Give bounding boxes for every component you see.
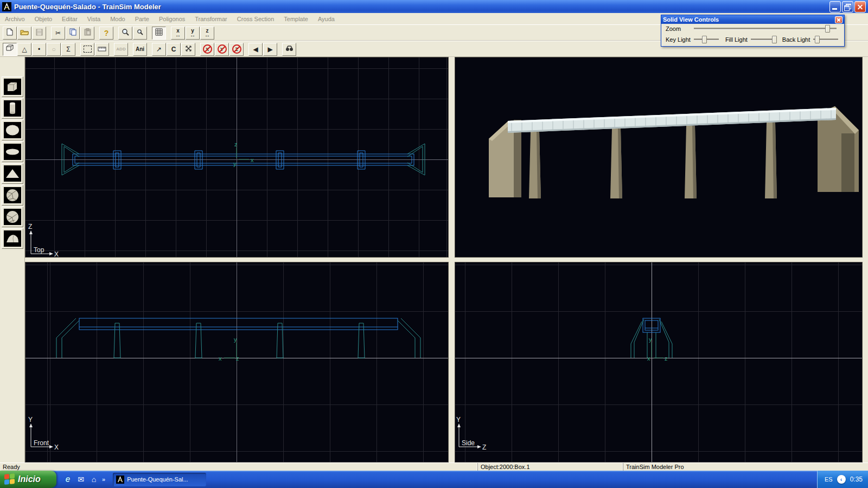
primitive-cone-button[interactable] bbox=[2, 163, 23, 184]
marker-z-label: z bbox=[236, 355, 239, 362]
key-light-thumb[interactable] bbox=[702, 36, 707, 43]
zoom-in-button[interactable] bbox=[118, 27, 132, 40]
viewport-side[interactable]: y x z Y Side Z bbox=[455, 262, 863, 463]
copy-icon bbox=[69, 28, 76, 37]
start-button[interactable]: Inicio bbox=[0, 471, 56, 488]
bridge-piers-3d bbox=[529, 123, 777, 198]
restore-button[interactable] bbox=[842, 1, 853, 12]
bridge-deck-3d bbox=[508, 108, 836, 133]
task-app-icon bbox=[116, 476, 124, 484]
box-mode-button[interactable] bbox=[3, 43, 17, 56]
add-point-button[interactable]: ADD bbox=[114, 43, 128, 56]
point-icon: • bbox=[38, 46, 40, 53]
status-app-name: TrainSim Modeler Pro bbox=[623, 463, 868, 471]
hide-icons-chevron[interactable]: ‹ bbox=[837, 475, 846, 484]
side-view-wireframe: y x z Y Side Z bbox=[455, 262, 863, 463]
lock-z-button[interactable]: Z bbox=[229, 43, 244, 56]
menu-parte[interactable]: Parte bbox=[130, 16, 154, 22]
zoom-slider-thumb[interactable] bbox=[825, 25, 830, 33]
origin-marker-lines bbox=[224, 343, 237, 358]
window-title: Puente-Quequén-Salado - TrainSim Modeler bbox=[14, 3, 161, 11]
internet-explorer-icon[interactable]: e bbox=[63, 474, 73, 484]
mail-icon[interactable]: ✉ bbox=[76, 474, 86, 484]
origin-marker-lines bbox=[237, 147, 249, 159]
origin-marker-lines bbox=[652, 343, 663, 358]
animate-button[interactable]: Ani bbox=[133, 43, 147, 56]
scissors-icon: ✂ bbox=[55, 29, 61, 37]
taskbar-task-button[interactable]: Puente-Quequén-Sal... bbox=[113, 473, 206, 486]
menu-cross-section[interactable]: Cross Section bbox=[232, 16, 279, 22]
measure-button[interactable] bbox=[95, 43, 109, 56]
marquee-select-button[interactable] bbox=[80, 43, 94, 56]
menu-modo[interactable]: Modo bbox=[105, 16, 130, 22]
cut-button[interactable]: ✂ bbox=[51, 27, 65, 40]
primitive-geosphere2-button[interactable] bbox=[2, 207, 23, 227]
quick-launch-overflow-chevron[interactable]: » bbox=[102, 476, 105, 483]
title-bar: Puente-Quequén-Salado - TrainSim Modeler bbox=[0, 0, 868, 13]
circle-mode-button[interactable]: ○ bbox=[47, 43, 61, 56]
minimize-button[interactable] bbox=[829, 1, 841, 12]
horizontal-splitter[interactable] bbox=[25, 258, 863, 262]
circle-icon: ○ bbox=[52, 46, 55, 53]
home-browser-icon[interactable]: ⌂ bbox=[89, 474, 99, 484]
ani-label: Ani bbox=[136, 46, 144, 52]
primitive-flat-sphere-button[interactable] bbox=[2, 142, 23, 162]
viewport-front[interactable]: y x z Y Front X bbox=[25, 262, 449, 463]
zoom-out-button[interactable] bbox=[133, 27, 147, 40]
spline-button[interactable]: Σ bbox=[61, 43, 75, 56]
menu-archivo[interactable]: Archivo bbox=[0, 16, 30, 22]
lock-y-button[interactable]: Y bbox=[215, 43, 229, 56]
back-light-thumb[interactable] bbox=[815, 36, 820, 43]
prev-button[interactable]: ◀ bbox=[248, 43, 263, 56]
z-axis-button[interactable]: z↔ bbox=[200, 27, 214, 40]
menu-vista[interactable]: Vista bbox=[82, 16, 105, 22]
marker-x-label: x bbox=[219, 355, 222, 362]
windows-flag-icon bbox=[4, 473, 15, 485]
task-button-label: Puente-Quequén-Sal... bbox=[127, 476, 188, 483]
fill-light-slider[interactable] bbox=[751, 38, 776, 41]
save-button[interactable] bbox=[32, 27, 46, 40]
bend-button[interactable]: ↗ bbox=[152, 43, 166, 56]
find-button[interactable] bbox=[282, 43, 296, 56]
next-button[interactable]: ▶ bbox=[263, 43, 277, 56]
menu-objeto[interactable]: Objeto bbox=[30, 16, 57, 22]
menu-poligonos[interactable]: Poligonos bbox=[154, 16, 190, 22]
point-mode-button[interactable]: • bbox=[32, 43, 46, 56]
grid-toggle-button[interactable] bbox=[152, 27, 166, 40]
back-light-slider[interactable] bbox=[813, 38, 838, 41]
paste-button[interactable] bbox=[80, 27, 94, 40]
help-button[interactable]: ? bbox=[99, 27, 113, 40]
scale-button[interactable] bbox=[181, 43, 195, 56]
zoom-slider[interactable] bbox=[694, 28, 837, 30]
menu-template[interactable]: Template bbox=[279, 16, 313, 22]
viewport-3d-solid[interactable] bbox=[455, 57, 863, 258]
triangle-mode-button[interactable]: △ bbox=[17, 43, 31, 56]
lock-x-button[interactable]: X bbox=[200, 43, 214, 56]
abutment-wings-front bbox=[56, 318, 420, 358]
side-view-label: Side bbox=[462, 439, 475, 447]
copy-button[interactable] bbox=[66, 27, 80, 40]
menu-editar[interactable]: Editar bbox=[57, 16, 82, 22]
dialog-close-button[interactable] bbox=[835, 16, 843, 23]
open-button[interactable] bbox=[17, 27, 31, 40]
x-axis-button[interactable]: x↔ bbox=[171, 27, 185, 40]
fill-light-thumb[interactable] bbox=[772, 36, 777, 43]
dialog-title-bar[interactable]: Solid View Controls bbox=[661, 15, 844, 24]
primitive-sphere-button[interactable] bbox=[2, 120, 23, 140]
y-axis-button[interactable]: y↔ bbox=[186, 27, 200, 40]
add-label: ADD bbox=[116, 47, 125, 52]
primitive-cube-button[interactable] bbox=[2, 76, 23, 97]
close-button[interactable] bbox=[854, 1, 866, 12]
primitive-hemisphere-button[interactable] bbox=[2, 228, 23, 249]
next-arrow-icon: ▶ bbox=[267, 46, 272, 53]
rotate-button[interactable]: C bbox=[167, 43, 181, 56]
menu-transformar[interactable]: Transformar bbox=[190, 16, 232, 22]
primitive-cylinder-button[interactable] bbox=[2, 98, 23, 119]
viewport-top[interactable]: z y x Z Top X bbox=[25, 57, 449, 258]
primitive-geosphere-button[interactable] bbox=[2, 185, 23, 206]
language-indicator[interactable]: ES bbox=[825, 476, 833, 483]
no-z-icon: Z bbox=[232, 44, 241, 54]
menu-ayuda[interactable]: Ayuda bbox=[313, 16, 340, 22]
new-button[interactable] bbox=[3, 27, 17, 40]
key-light-slider[interactable] bbox=[694, 38, 719, 41]
